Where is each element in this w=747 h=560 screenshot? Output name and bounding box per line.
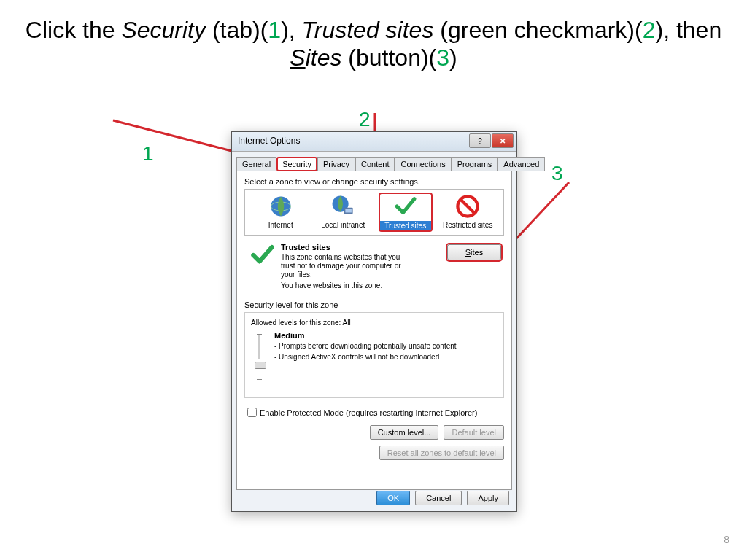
security-level-section: Security level for this zone Allowed lev… bbox=[244, 300, 504, 398]
dialog-tabs: General Security Privacy Content Connect… bbox=[236, 156, 512, 171]
zone-description: Trusted sites This zone contains website… bbox=[244, 243, 504, 290]
security-tab-content: Select a zone to view or change security… bbox=[236, 171, 512, 490]
checkmark-large-icon bbox=[250, 243, 275, 268]
zone-desc-2: You have websites in this zone. bbox=[281, 281, 412, 290]
cancel-button[interactable]: Cancel bbox=[415, 491, 462, 505]
close-button[interactable]: ✕ bbox=[492, 133, 514, 148]
zone-internet[interactable]: Internet bbox=[255, 194, 306, 230]
allowed-levels-text: Allowed levels for this zone: All bbox=[251, 319, 498, 327]
protected-mode-checkbox[interactable] bbox=[247, 408, 257, 417]
ok-button[interactable]: OK bbox=[376, 491, 410, 505]
annotation-2: 2 bbox=[359, 108, 371, 131]
zone-trusted-sites[interactable]: Trusted sites bbox=[379, 192, 433, 232]
zone-selector: Internet Local intranet Trusted sites Re… bbox=[244, 189, 504, 236]
tab-privacy[interactable]: Privacy bbox=[317, 157, 355, 171]
zone-restricted-sites[interactable]: Restricted sites bbox=[442, 194, 493, 230]
security-level-heading: Security level for this zone bbox=[244, 300, 504, 309]
level-desc-2: - Unsigned ActiveX controls will not be … bbox=[274, 352, 457, 362]
sites-button[interactable]: Sites bbox=[447, 244, 501, 260]
globe-icon bbox=[268, 194, 293, 219]
default-level-button[interactable]: Default level bbox=[444, 425, 504, 440]
page-number: 8 bbox=[724, 534, 729, 545]
tab-content[interactable]: Content bbox=[355, 157, 395, 171]
dialog-titlebar: Internet Options ? ✕ bbox=[232, 132, 516, 152]
zone-local-intranet[interactable]: Local intranet bbox=[317, 194, 368, 230]
apply-button[interactable]: Apply bbox=[467, 491, 509, 505]
level-desc-1: - Prompts before downloading potentially… bbox=[274, 341, 457, 351]
zone-desc-1: This zone contains websites that you tru… bbox=[281, 253, 412, 279]
slide-instruction-title: Click the Security (tab)(1), Trusted sit… bbox=[0, 16, 747, 72]
no-entry-icon bbox=[455, 194, 480, 219]
zone-instruction-text: Select a zone to view or change security… bbox=[244, 177, 504, 186]
annotation-1: 1 bbox=[142, 142, 154, 166]
tab-programs[interactable]: Programs bbox=[452, 157, 498, 171]
checkmark-icon bbox=[393, 194, 418, 219]
globe-computer-icon bbox=[330, 194, 355, 219]
tab-advanced[interactable]: Advanced bbox=[498, 157, 545, 171]
protected-mode-row: Enable Protected Mode (requires restarti… bbox=[244, 405, 504, 419]
internet-options-dialog: Internet Options ? ✕ General Security Pr… bbox=[231, 131, 517, 512]
dialog-title: Internet Options bbox=[238, 136, 300, 146]
reset-zones-button[interactable]: Reset all zones to default level bbox=[379, 446, 504, 460]
help-button[interactable]: ? bbox=[469, 133, 491, 148]
annotation-3: 3 bbox=[551, 162, 563, 185]
tab-connections[interactable]: Connections bbox=[395, 157, 451, 171]
tab-security[interactable]: Security bbox=[276, 157, 317, 171]
custom-level-button[interactable]: Custom level... bbox=[370, 425, 439, 440]
protected-mode-label: Enable Protected Mode (requires restarti… bbox=[260, 408, 477, 417]
tab-general[interactable]: General bbox=[236, 157, 276, 171]
security-slider[interactable] bbox=[251, 331, 268, 362]
svg-rect-10 bbox=[346, 209, 352, 212]
level-name: Medium bbox=[274, 331, 457, 340]
